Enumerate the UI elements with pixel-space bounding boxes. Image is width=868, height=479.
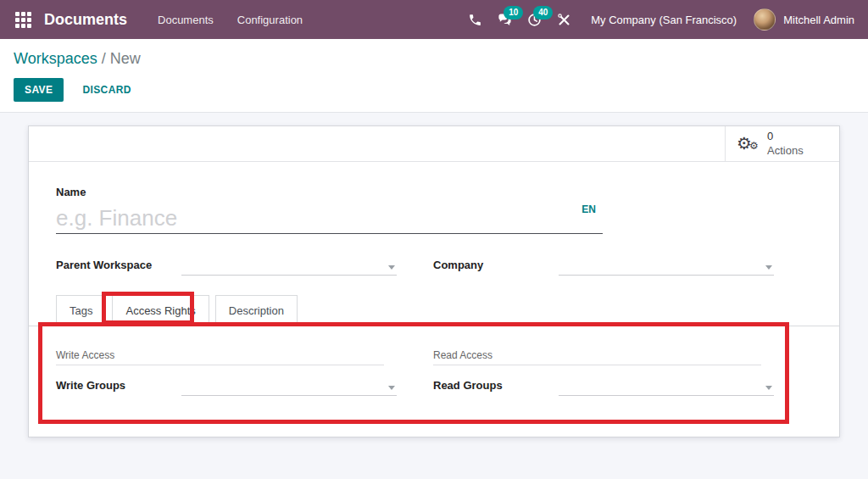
name-input[interactable] xyxy=(56,205,603,231)
company-switcher[interactable]: My Company (San Francisco) xyxy=(591,14,737,26)
notebook: Tags Access Rights Description Write Acc… xyxy=(29,295,839,396)
actions-label: Actions xyxy=(767,144,804,159)
read-groups-label: Read Groups xyxy=(433,379,559,396)
form-view-area: ⚙ ⚙ 0 Actions Name EN Parent Workspa xyxy=(0,113,868,479)
access-rights-tab-content: Write Access Write Groups Read Access xyxy=(29,326,839,396)
sheet-body: Name EN Parent Workspace Company xyxy=(29,162,839,396)
phone-icon xyxy=(468,13,482,27)
actions-stat-text: 0 Actions xyxy=(767,130,804,159)
breadcrumb: Workspaces / New xyxy=(14,50,854,67)
name-field-label: Name xyxy=(56,186,812,198)
menu-configuration[interactable]: Configuration xyxy=(225,2,314,38)
parent-company-row: Parent Workspace Company xyxy=(56,256,812,276)
user-avatar xyxy=(754,8,776,31)
read-access-column: Read Access Read Groups xyxy=(433,349,774,396)
breadcrumb-workspaces-link[interactable]: Workspaces xyxy=(14,50,97,67)
company-input[interactable] xyxy=(559,258,774,270)
form-statusbar: ⚙ ⚙ 0 Actions xyxy=(29,126,839,162)
write-groups-field xyxy=(181,376,397,396)
name-input-wrap: EN xyxy=(56,205,603,234)
app-brand[interactable]: Documents xyxy=(44,11,127,29)
tab-description[interactable]: Description xyxy=(215,295,298,326)
parent-workspace-label: Parent Workspace xyxy=(56,259,181,276)
read-access-section-title: Read Access xyxy=(433,349,761,365)
tab-access-rights[interactable]: Access Rights xyxy=(112,295,209,326)
company-group: Company xyxy=(433,256,774,276)
caret-down-icon[interactable] xyxy=(765,386,772,390)
actions-stat-button[interactable]: ⚙ ⚙ 0 Actions xyxy=(725,126,839,161)
write-access-column: Write Access Write Groups xyxy=(56,349,397,396)
read-groups-field xyxy=(559,376,774,396)
caret-down-icon[interactable] xyxy=(388,386,395,390)
write-access-section-title: Write Access xyxy=(56,349,384,365)
control-panel: Workspaces / New SAVE DISCARD xyxy=(0,39,868,113)
notebook-tabs: Tags Access Rights Description xyxy=(29,295,839,326)
read-groups-input[interactable] xyxy=(559,378,774,391)
read-groups-row: Read Groups xyxy=(433,376,774,396)
tab-tags[interactable]: Tags xyxy=(56,295,106,326)
wrench-screwdriver-icon xyxy=(557,13,571,27)
user-name: Mitchell Admin xyxy=(783,14,854,26)
voip-phone-button[interactable] xyxy=(460,8,490,32)
caret-down-icon[interactable] xyxy=(388,265,395,270)
parent-workspace-field xyxy=(181,256,397,276)
company-field xyxy=(559,256,774,276)
write-groups-input[interactable] xyxy=(181,378,397,391)
discard-button[interactable]: DISCARD xyxy=(78,78,135,102)
name-field-block: Name EN xyxy=(56,186,812,234)
company-label: Company xyxy=(433,259,559,276)
top-navbar: Documents Documents Configuration 10 40 xyxy=(0,0,868,39)
form-buttons: SAVE DISCARD xyxy=(14,78,854,102)
form-sheet: ⚙ ⚙ 0 Actions Name EN Parent Workspa xyxy=(28,125,840,437)
breadcrumb-current: New xyxy=(110,50,141,67)
save-button[interactable]: SAVE xyxy=(14,78,64,102)
app-menus: Documents Configuration xyxy=(146,2,314,38)
breadcrumb-separator: / xyxy=(102,50,106,67)
messages-menu-button[interactable]: 10 xyxy=(490,8,520,32)
gears-icon: ⚙ ⚙ xyxy=(737,133,762,155)
debug-tools-button[interactable] xyxy=(549,8,579,32)
caret-down-icon[interactable] xyxy=(765,265,772,270)
write-groups-label: Write Groups xyxy=(56,379,181,396)
translate-lang-badge[interactable]: EN xyxy=(581,203,596,215)
write-groups-row: Write Groups xyxy=(56,376,397,396)
systray: 10 40 xyxy=(460,8,579,32)
parent-workspace-input[interactable] xyxy=(181,258,397,270)
parent-workspace-group: Parent Workspace xyxy=(56,256,397,276)
actions-count: 0 xyxy=(767,130,804,144)
menu-documents[interactable]: Documents xyxy=(146,2,225,38)
user-menu[interactable]: Mitchell Admin xyxy=(754,8,854,31)
apps-grid-icon[interactable] xyxy=(15,12,31,28)
activities-menu-button[interactable]: 40 xyxy=(520,8,549,32)
